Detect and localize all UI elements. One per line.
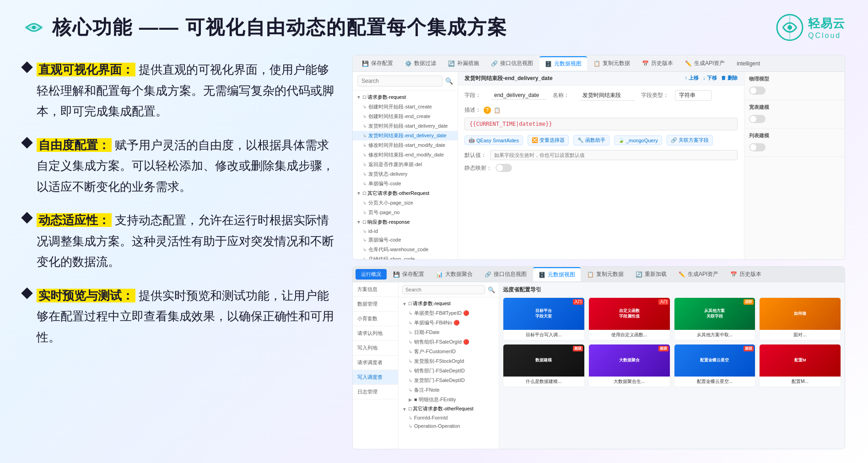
- tree-item-page-no[interactable]: ↳ 页号-page_no: [353, 208, 458, 217]
- btree-fdeliverydept[interactable]: ↳ 发货部门-FSaleDeptID: [399, 376, 499, 385]
- tree-item-start-modify[interactable]: ↳ 修改时间开始段-start_modify_date: [353, 140, 458, 150]
- logo-text: 轻易云 QCloud: [808, 16, 845, 40]
- sidebar-item-data-mgmt[interactable]: 数据管理: [353, 297, 398, 312]
- btree-fsaledeptid[interactable]: ↳ 销售部门-FSaleDeptID: [399, 366, 499, 376]
- run-status-btn[interactable]: 运行概况: [356, 269, 387, 280]
- btree-fcustomerid[interactable]: ↳ 客户-FCustomerID: [399, 347, 499, 356]
- tree-item-label: 创建时间开始段-start_create: [368, 103, 432, 110]
- btree-folder-other[interactable]: ▼ □ 其它请求参数-otherRequest: [399, 404, 499, 414]
- card-0[interactable]: 入门 目标平台字段天室 目标平台写入调...: [503, 297, 585, 340]
- btree-fstockorgid[interactable]: ↳ 发货股别-FStockOrgId: [399, 356, 499, 366]
- btab-interface[interactable]: 🔗 接口信息视图: [479, 268, 532, 281]
- btree-fdate[interactable]: ↳ 日期-FDate: [399, 328, 499, 337]
- btab-reload[interactable]: 🔄 重新加载: [630, 268, 672, 281]
- tree-item-piao-code[interactable]: ↳ 票据编号-code: [353, 235, 458, 245]
- bottom-search-input[interactable]: [402, 285, 485, 294]
- tree-item-start-delivery[interactable]: ↳ 发货时间开始段-start_delivery_date: [353, 121, 458, 131]
- tree-item-id[interactable]: ↳ id-id: [353, 227, 458, 235]
- tree-item-page-size[interactable]: ↳ 分页大小-page_size: [353, 198, 458, 208]
- list-toggle[interactable]: [749, 143, 766, 151]
- tree-item-start-create[interactable]: ↳ 创建时间开始段-start_create: [353, 102, 458, 112]
- btree-fbillno[interactable]: ↳ 单据编号-FBillNo 🔴: [399, 318, 499, 328]
- card-3[interactable]: 如何做 面对...: [759, 297, 841, 340]
- btab-save[interactable]: 💾 保存配置: [388, 268, 430, 281]
- btree-fnote[interactable]: ↳ 备注-FNote: [399, 385, 499, 395]
- bitem-label: 客户-FCustomerID: [414, 348, 456, 355]
- sidebar-item-req-sched[interactable]: 请求调度者: [353, 355, 398, 370]
- default-val-row: 默认值：: [464, 150, 738, 160]
- btab-meta[interactable]: 🗄️ 元数据视图: [533, 267, 581, 281]
- card-0-badge: 入门: [573, 299, 583, 305]
- card-1[interactable]: 入门 自定义函数字段属性值 使用自定义函数...: [588, 297, 670, 340]
- sidebar-item-write-sched[interactable]: 写入调度查: [353, 370, 398, 385]
- card-2[interactable]: 进阶 从其他方案关联字段 从其他方案中取...: [674, 297, 756, 340]
- tree-folder-other[interactable]: ▼ □ 其它请求参数-otherRequest: [353, 188, 458, 198]
- tree-item-warehouse[interactable]: ↳ 仓库代码-warehouse_code: [353, 245, 458, 254]
- btab-copy-meta-icon: 📋: [587, 271, 594, 278]
- card-4[interactable]: 超级 数据建模 什么是数据建模...: [503, 344, 585, 387]
- tree-item-del[interactable]: ↳ 返回是否作废的单据-del: [353, 160, 458, 169]
- tool-mongo-query[interactable]: 🍃 _mongoQuery: [614, 135, 662, 145]
- tab-api[interactable]: ✏️ 生成API资产: [679, 57, 730, 70]
- tab-interface[interactable]: 🔗 接口信息视图: [485, 57, 539, 70]
- tab-data-proc[interactable]: ⚙️ 数据过滤: [399, 57, 442, 70]
- nav-actions[interactable]: ↑ 上移 ↓ 下移 🗑 删除: [685, 75, 738, 81]
- default-val-input[interactable]: [490, 150, 738, 160]
- tab-copy-data[interactable]: 📋 复制元数据: [588, 57, 636, 70]
- bottom-search-icon[interactable]: 🔍: [488, 286, 495, 293]
- tree-item-end-delivery[interactable]: ↳ 发货时间结束段-end_delivery_date: [353, 131, 458, 140]
- sidebar-item-log[interactable]: 日志管理: [353, 385, 398, 399]
- code-input[interactable]: {{CURRENT_TIME|datetime}}: [464, 118, 738, 130]
- feature-text-3: 动态适应性： 支持动态配置，允许在运行时根据实际情况调整集成方案。这种灵活性有助…: [37, 210, 334, 273]
- btab-history[interactable]: 📅 历史版本: [725, 268, 767, 281]
- tool-related-field[interactable]: 🔗 关联方案字段: [667, 135, 713, 145]
- tab-intelligent[interactable]: intelligent: [731, 58, 766, 70]
- btab-api[interactable]: ✏️ 生成API资产: [673, 268, 724, 281]
- tab-patch[interactable]: ↪️ 补漏措施: [442, 57, 485, 70]
- btab-bigdata[interactable]: 📊 大数据聚合: [431, 268, 478, 281]
- tree-folder-request[interactable]: ▼ □ 请求参数-request: [353, 92, 458, 102]
- search-input[interactable]: [357, 75, 442, 86]
- physical-toggle[interactable]: [749, 86, 766, 95]
- btree-operation[interactable]: ↳ Operation-Operation: [399, 422, 499, 430]
- header-icon: [23, 16, 45, 38]
- search-icon[interactable]: 🔍: [445, 77, 453, 85]
- tab-save[interactable]: 💾 保存配置: [356, 57, 399, 70]
- sidebar-item-write-col[interactable]: 写入列地: [353, 341, 398, 355]
- card-7[interactable]: 配置M 配置M...: [759, 344, 841, 387]
- tool-smartaides[interactable]: 🤖 QEasy SmartAides: [464, 135, 523, 145]
- sidebar-item-xiaoyu[interactable]: 小育套数: [353, 312, 398, 326]
- item-icon: ↳: [363, 104, 367, 109]
- btree-formid[interactable]: ↳ FormId-FormId: [399, 414, 499, 422]
- tree-item-shop[interactable]: ↳ 店铺代码-shop_code: [353, 254, 458, 259]
- card-6[interactable]: 超级 配置金蝶云星空 配置金蝶云星空...: [674, 344, 756, 387]
- tool-func-helper[interactable]: 🔧 函数助手: [573, 135, 609, 145]
- tree-item-delivery[interactable]: ↳ 发货状态-delivery: [353, 169, 458, 179]
- tree-item-end-modify[interactable]: ↳ 修改时间结束段-end_modify_date: [353, 150, 458, 160]
- svg-point-1: [32, 26, 36, 29]
- interface-icon: 🔗: [491, 60, 498, 67]
- wide-toggle[interactable]: [749, 115, 766, 123]
- tree-folder-response[interactable]: ▼ □ 响应参数-response: [353, 217, 458, 227]
- tab-history[interactable]: 📅 历史版本: [636, 57, 679, 70]
- folder-response-label: □ 响应参数-response: [363, 219, 410, 226]
- btree-fbilltypeid[interactable]: ↳ 单据类型-FBillTypeID 🔴: [399, 308, 499, 318]
- btree-fentity[interactable]: ▶ ■ 明细信息-FEntity: [399, 395, 499, 404]
- card-1-img-wrapper: 入门 自定义函数字段属性值: [589, 298, 670, 330]
- item-icon: ↳: [363, 133, 367, 138]
- btree-fsaleorgid[interactable]: ↳ 销售组织-FSaleOrgId 🔴: [399, 337, 499, 347]
- tool-variable-selector[interactable]: 🔀 变量选择器: [528, 135, 569, 145]
- tab-patch-label: 补漏措施: [457, 59, 479, 67]
- tree-item-end-create[interactable]: ↳ 创建时间结束段-end_create: [353, 112, 458, 121]
- tab-save-label: 保存配置: [371, 59, 393, 67]
- card-5[interactable]: 超级 大数据聚合 大数据聚合生...: [588, 344, 670, 387]
- static-toggle-switch[interactable]: [496, 164, 512, 172]
- card-3-img: 如何做: [760, 298, 841, 330]
- sidebar-item-req-col[interactable]: 请求认列地: [353, 326, 398, 341]
- bitem-icon: ↳: [409, 368, 412, 373]
- btree-folder-request[interactable]: ▼ □ 请求参数-request: [399, 299, 499, 308]
- sidebar-item-plan-info[interactable]: 方案信息: [353, 282, 398, 297]
- tree-item-code[interactable]: ↳ 单据编号-code: [353, 179, 458, 188]
- tab-meta[interactable]: 🗄️ 元数据视图: [539, 56, 587, 70]
- btab-copy-meta[interactable]: 📋 复制元数据: [582, 268, 629, 281]
